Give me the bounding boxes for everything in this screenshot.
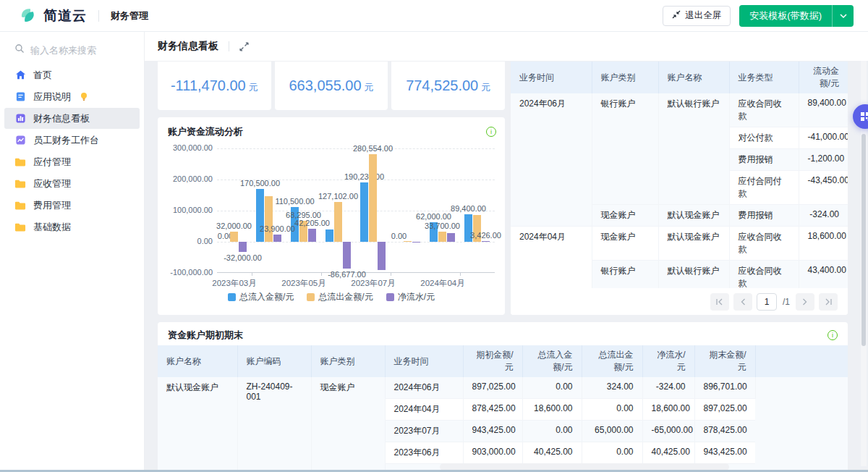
bar-value-label: 42,205.00 xyxy=(294,219,330,227)
cell: 银行账户 xyxy=(592,93,658,205)
exit-fullscreen-label: 退出全屏 xyxy=(685,9,721,22)
x-axis-label: 2024年04月 xyxy=(420,278,464,289)
cell: 默认银行账户 xyxy=(658,93,729,205)
exit-fullscreen-button[interactable]: 退出全屏 xyxy=(663,6,731,26)
qr-grid-icon xyxy=(860,111,868,122)
column-header: 业务时间 xyxy=(511,62,592,93)
sidebar-item-base-data[interactable]: 基础数据 xyxy=(4,216,140,237)
vertical-scrollbar-thumb[interactable] xyxy=(861,134,866,346)
header-divider xyxy=(229,41,229,51)
cell: 897,025.00 xyxy=(463,377,522,399)
search-input[interactable] xyxy=(30,45,132,56)
bar-value-label: -32,000.00 xyxy=(224,253,262,262)
cell: 应付合同付款 xyxy=(729,171,799,205)
page-next-button[interactable] xyxy=(796,293,814,311)
column-header: 账户类别 xyxy=(592,62,658,93)
chart-legend: 总流入金额/元总流出金额/元净流水/元 xyxy=(158,291,505,303)
info-icon[interactable]: i xyxy=(486,127,496,137)
cell: -65,000.00 xyxy=(642,421,694,442)
stat-card: 774,525.00元 xyxy=(391,62,505,110)
sidebar-item-staff-workbench[interactable]: 员工财务工作台 xyxy=(4,130,140,151)
cell: 默认银行账户 xyxy=(658,261,729,289)
sidebar-item-label: 员工财务工作台 xyxy=(33,134,99,147)
cell: 0.00 xyxy=(522,421,582,442)
cell: 应收合同收款 xyxy=(729,261,799,289)
sidebar-item-label: 应付管理 xyxy=(33,156,71,169)
cell: 2023年06月 xyxy=(385,442,463,464)
stat-card-row: -111,470.00元 663,055.00元 774,525.00元 xyxy=(158,62,505,110)
cell: 2024年04月 xyxy=(385,399,463,421)
chart-title-row: 账户资金流动分析 i xyxy=(168,125,496,138)
bar-净流水/元 xyxy=(412,242,420,243)
data-table: 业务时间账户类别账户名称业务类型流动金额/元2024年06月银行账户默认银行账户… xyxy=(511,62,848,288)
chevron-down-icon xyxy=(840,10,847,21)
x-axis-label: 2023年07月 xyxy=(351,278,395,289)
y-axis-label: 0.00 xyxy=(158,237,213,245)
main-header: 财务信息看板 xyxy=(145,32,868,61)
sidebar-item-finance-dashboard[interactable]: 财务信息看板 xyxy=(4,108,140,129)
column-header: 账户编码 xyxy=(237,345,311,377)
cell: 应收合同收款 xyxy=(729,93,799,127)
page-first-button[interactable] xyxy=(710,293,729,311)
bar-总流入金额/元 xyxy=(256,189,264,242)
summary-title: 资金账户期初期末 xyxy=(168,329,243,342)
header-row: 账户名称账户编码账户类别业务时间期初金额/元总流入金额/元总流出金额/元净流水/… xyxy=(158,345,848,377)
topbar-left: 简道云 财务管理 xyxy=(19,6,148,25)
sidebar-item-label: 首页 xyxy=(33,69,52,82)
legend-swatch xyxy=(307,293,315,301)
bar-总流出金额/元 xyxy=(438,232,446,242)
cell: 默认现金账户 xyxy=(158,377,237,472)
y-axis-label: 100,000.00 xyxy=(158,206,213,214)
folder-icon xyxy=(14,222,26,233)
cell: 89,400.00 xyxy=(799,93,848,127)
gridline xyxy=(217,242,495,243)
page-prev-button[interactable] xyxy=(733,293,752,311)
legend-item[interactable]: 净流水/元 xyxy=(386,291,435,303)
sidebar-item-label: 应用说明 xyxy=(33,90,71,104)
cell: 897,025.00 xyxy=(694,399,755,421)
cell: ZH-240409-001 xyxy=(237,377,311,472)
bar-value-label: 0.00 xyxy=(391,232,407,240)
info-icon[interactable]: i xyxy=(827,330,838,340)
bar-净流水/元 xyxy=(482,241,490,242)
legend-item[interactable]: 总流出金额/元 xyxy=(307,291,373,303)
cell: 2024年06月 xyxy=(385,377,463,399)
bulb-icon xyxy=(80,92,88,101)
sidebar-item-label: 应收管理 xyxy=(33,177,71,190)
legend-label: 总流出金额/元 xyxy=(318,291,373,303)
sidebar-item-payable[interactable]: 应付管理 xyxy=(4,151,140,172)
column-header xyxy=(755,345,848,377)
bar-净流水/元 xyxy=(273,235,281,242)
install-template-dropdown-button[interactable] xyxy=(832,5,854,27)
sidebar-item-app-guide[interactable]: 应用说明 xyxy=(4,86,140,107)
cell: 2023年07月 xyxy=(385,421,463,442)
legend-label: 净流水/元 xyxy=(398,291,435,303)
cell: 324.00 xyxy=(582,377,642,399)
summary-title-row: 资金账户期初期末 i xyxy=(168,329,838,342)
bar-value-label: 89,400.00 xyxy=(451,204,486,213)
sidebar-nav: 首页应用说明财务信息看板员工财务工作台应付管理应收管理费用管理基础数据 xyxy=(0,64,144,237)
page-title: 财务信息看板 xyxy=(158,40,218,53)
page-input[interactable]: 1 xyxy=(757,293,777,311)
sidebar-item-home[interactable]: 首页 xyxy=(4,64,140,85)
bar-value-label: 3,426.00 xyxy=(470,231,501,240)
column-header: 账户名称 xyxy=(658,62,729,93)
topbar-right: 退出全屏 安装模板(带数据) xyxy=(663,5,854,27)
stat-card: 663,055.00元 xyxy=(275,62,388,110)
axis-tick xyxy=(321,273,322,276)
cell: 65,000.00 xyxy=(582,421,642,442)
legend-item[interactable]: 总流入金额/元 xyxy=(228,291,294,303)
cell: 18,600.00 xyxy=(642,399,694,421)
fullscreen-expand-icon[interactable] xyxy=(239,42,249,51)
sidebar-item-expense[interactable]: 费用管理 xyxy=(4,195,140,216)
cell: 878,425.00 xyxy=(463,399,522,421)
sidebar-item-receivable[interactable]: 应收管理 xyxy=(4,173,140,194)
x-axis-label: 2023年03月 xyxy=(212,278,256,289)
page-last-button[interactable] xyxy=(819,293,838,311)
cell: -43,450.00 xyxy=(799,171,848,205)
install-template-button[interactable]: 安装模板(带数据) xyxy=(739,5,832,27)
data-table: 账户名称账户编码账户类别业务时间期初金额/元总流入金额/元总流出金额/元净流水/… xyxy=(158,345,848,472)
sidebar-item-label: 费用管理 xyxy=(33,199,71,212)
dashboard-content: -111,470.00元 663,055.00元 774,525.00元 0.0… xyxy=(145,61,868,472)
cell: 40,425.00 xyxy=(522,442,582,464)
